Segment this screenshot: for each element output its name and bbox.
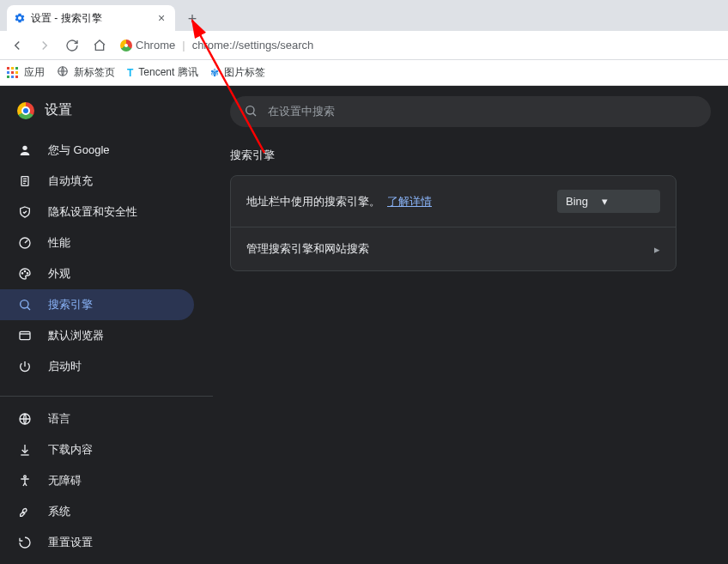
settings-content: 搜索引擎 地址栏中使用的搜索引擎。 了解详情 Bing ▾ 管理搜索引擎和网站搜… <box>213 127 694 292</box>
bookmark-item[interactable]: ✾ 图片标签 <box>210 65 265 80</box>
clipboard-icon <box>17 174 33 188</box>
wrench-icon <box>17 505 33 519</box>
globe-icon <box>57 65 69 80</box>
omnibox-url: chrome://settings/search <box>192 39 314 52</box>
manage-search-engines-row[interactable]: 管理搜索引擎和网站搜索 ▸ <box>231 227 676 270</box>
svg-rect-8 <box>20 331 30 339</box>
paw-icon: ✾ <box>210 67 219 79</box>
forward-button[interactable] <box>34 35 55 56</box>
download-icon <box>17 443 33 457</box>
search-engine-card: 地址栏中使用的搜索引擎。 了解详情 Bing ▾ 管理搜索引擎和网站搜索 ▸ <box>230 175 676 271</box>
omnibox-prefix: Chrome <box>136 39 175 52</box>
search-placeholder: 在设置中搜索 <box>268 104 335 119</box>
svg-point-7 <box>21 300 28 308</box>
reload-button[interactable] <box>62 35 82 56</box>
sidebar-item-accessibility[interactable]: 无障碍 <box>0 465 194 496</box>
sidebar-item-system[interactable]: 系统 <box>0 496 194 527</box>
settings-page: 设置 您与 Google 自动填充 隐私设置和安全性 性能 外观 <box>0 86 728 564</box>
svg-point-5 <box>24 270 25 271</box>
apps-grid-icon <box>7 67 19 79</box>
search-icon <box>17 298 33 312</box>
shield-icon <box>17 205 33 219</box>
settings-title: 设置 <box>45 101 72 119</box>
sidebar-item-downloads[interactable]: 下载内容 <box>0 434 194 465</box>
row-text: 管理搜索引擎和网站搜索 <box>246 241 369 257</box>
back-button[interactable] <box>7 35 27 56</box>
chrome-logo-icon: Chrome <box>120 39 175 52</box>
tab-strip: 设置 - 搜索引擎 × + <box>0 0 728 31</box>
gear-icon <box>14 12 26 24</box>
browser-toolbar: Chrome | chrome://settings/search <box>0 31 728 60</box>
chevron-down-icon: ▾ <box>602 195 608 208</box>
new-tab-button[interactable]: + <box>180 7 204 31</box>
sidebar-item-autofill[interactable]: 自动填充 <box>0 166 194 197</box>
svg-point-4 <box>21 273 22 274</box>
settings-sidebar: 设置 您与 Google 自动填充 隐私设置和安全性 性能 外观 <box>0 86 213 564</box>
sidebar-item-appearance[interactable]: 外观 <box>0 258 194 289</box>
chrome-logo-icon <box>17 102 34 119</box>
search-engine-used-row: 地址栏中使用的搜索引擎。 了解详情 Bing ▾ <box>231 176 676 227</box>
sidebar-item-privacy[interactable]: 隐私设置和安全性 <box>0 197 194 227</box>
search-icon <box>244 104 258 120</box>
sidebar-item-reset[interactable]: 重置设置 <box>0 527 194 558</box>
settings-search[interactable]: 在设置中搜索 <box>230 96 711 127</box>
sidebar-item-languages[interactable]: 语言 <box>0 403 194 434</box>
tencent-icon: T <box>127 67 133 79</box>
apps-shortcut[interactable]: 应用 <box>7 65 45 80</box>
palette-icon <box>17 267 33 281</box>
chevron-right-icon: ▸ <box>654 243 660 256</box>
row-text: 地址栏中使用的搜索引擎。 <box>246 194 380 209</box>
svg-point-1 <box>22 146 27 150</box>
reset-icon <box>17 536 33 549</box>
svg-point-13 <box>246 106 254 113</box>
sidebar-item-search-engine[interactable]: 搜索引擎 <box>0 289 194 320</box>
globe-icon <box>17 412 33 426</box>
person-icon <box>17 143 33 157</box>
svg-point-6 <box>27 273 27 274</box>
gauge-icon <box>17 236 33 250</box>
address-bar[interactable]: Chrome | chrome://settings/search <box>117 39 721 52</box>
sidebar-divider <box>0 396 213 397</box>
sidebar-item-performance[interactable]: 性能 <box>0 227 194 258</box>
settings-header: 设置 <box>0 96 213 135</box>
svg-point-10 <box>24 476 27 478</box>
power-icon <box>17 360 33 373</box>
browser-icon <box>17 329 33 343</box>
sidebar-item-default-browser[interactable]: 默认浏览器 <box>0 320 194 351</box>
bookmark-item[interactable]: T Tencent 腾讯 <box>127 65 198 80</box>
sidebar-item-you-and-google[interactable]: 您与 Google <box>0 135 194 166</box>
section-title: 搜索引擎 <box>230 148 676 163</box>
bookmarks-bar: 应用 新标签页 T Tencent 腾讯 ✾ 图片标签 <box>0 60 728 86</box>
browser-tab[interactable]: 设置 - 搜索引擎 × <box>7 5 175 31</box>
sidebar-item-on-startup[interactable]: 启动时 <box>0 351 194 382</box>
accessibility-icon <box>17 474 33 488</box>
bookmark-item[interactable]: 新标签页 <box>57 65 115 80</box>
settings-main: 在设置中搜索 搜索引擎 地址栏中使用的搜索引擎。 了解详情 Bing ▾ 管理搜… <box>213 86 728 564</box>
select-value: Bing <box>566 195 588 208</box>
close-tab-icon[interactable]: × <box>155 12 168 24</box>
learn-more-link[interactable]: 了解详情 <box>387 194 432 209</box>
search-engine-select[interactable]: Bing ▾ <box>557 190 660 213</box>
tab-title: 设置 - 搜索引擎 <box>31 11 149 26</box>
home-button[interactable] <box>89 35 110 56</box>
